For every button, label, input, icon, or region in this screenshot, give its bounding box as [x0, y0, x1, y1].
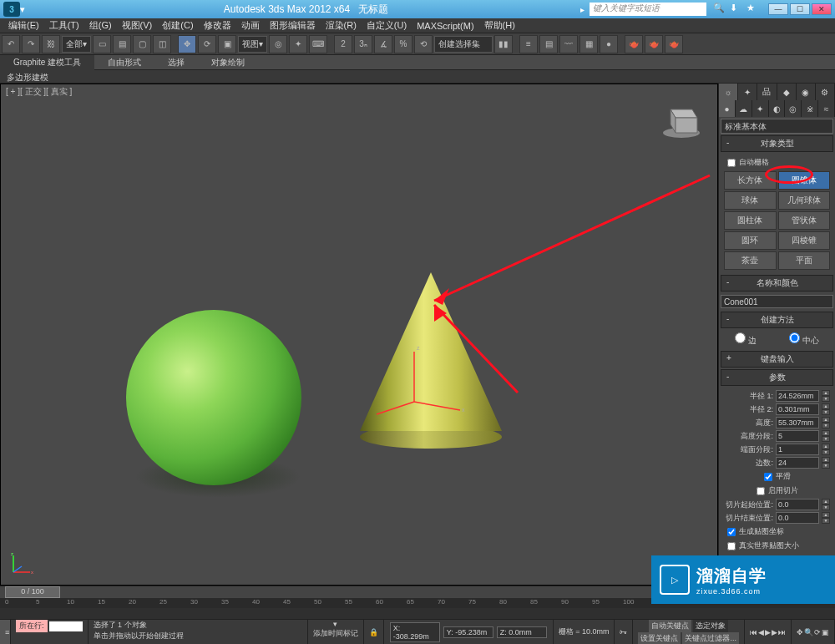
subtab-helpers[interactable]: ◎	[785, 100, 802, 117]
rotate-icon[interactable]: ⟳	[198, 35, 216, 53]
subtab-cameras[interactable]: ◐	[769, 100, 786, 117]
subtab-shapes[interactable]: ☁	[736, 100, 752, 117]
spinner-snap-icon[interactable]: ⟲	[414, 35, 433, 53]
btn-plane[interactable]: 平面	[778, 251, 831, 270]
named-selset-dropdown[interactable]: 创建选择集	[434, 36, 493, 53]
check-real-uv[interactable]	[727, 542, 736, 550]
tab-display[interactable]: ◉	[797, 84, 816, 100]
time-slider-thumb[interactable]: 0 / 100	[5, 586, 60, 598]
anglesnap-icon[interactable]: ∡	[374, 35, 392, 53]
scale-icon[interactable]: ▣	[218, 35, 236, 53]
menu-tools[interactable]: 工具(T)	[44, 19, 84, 32]
layer-icon[interactable]: ▤	[539, 35, 558, 53]
check-gen-uv[interactable]	[727, 528, 736, 536]
menu-maxscript[interactable]: MAXScript(M)	[412, 21, 478, 31]
radio-center[interactable]: 中心	[789, 332, 819, 347]
add-time-tag-button[interactable]: ▾添加时间标记	[308, 620, 364, 644]
menu-create[interactable]: 创建(C)	[157, 19, 198, 32]
subtab-systems[interactable]: ≈	[818, 100, 835, 117]
spinner-hsegs[interactable]: 5	[776, 430, 819, 442]
pivot-icon[interactable]: ◎	[269, 35, 287, 53]
tab-modify[interactable]: ✦	[738, 84, 757, 100]
menu-edit[interactable]: 编辑(E)	[3, 19, 44, 32]
snap2-icon[interactable]: 2	[334, 35, 352, 53]
selset-dropdown[interactable]: 选定对象	[693, 620, 728, 632]
keymode-icon[interactable]: ⌨	[309, 35, 327, 53]
spinner-slice-to[interactable]: 0.0	[776, 512, 819, 524]
minimize-button[interactable]: —	[768, 3, 788, 15]
spinner-radius1[interactable]: 24.526mm	[776, 390, 819, 402]
btn-tube[interactable]: 管状体	[778, 211, 831, 230]
keyfilter-button[interactable]: 关键点过滤器...	[682, 632, 739, 644]
rollout-name-color[interactable]: 名称和颜色	[721, 275, 833, 292]
spinner-radius2[interactable]: 0.301mm	[776, 403, 819, 415]
prev-frame-icon[interactable]: ◀	[758, 628, 764, 636]
rect-select-icon[interactable]: ▢	[133, 35, 151, 53]
selection-filter-dropdown[interactable]: 全部 ▾	[62, 36, 91, 53]
setkey-button[interactable]: 设置关键点	[638, 632, 681, 644]
tab-create[interactable]: ☼	[719, 84, 738, 100]
ref-coord-dropdown[interactable]: 视图 ▾	[238, 36, 267, 53]
lock-icon[interactable]: 🔒	[364, 620, 384, 644]
ribbon-tab-paint[interactable]: 对象绘制	[198, 55, 258, 70]
signin-icon[interactable]: ⬇	[730, 3, 743, 16]
menu-help[interactable]: 帮助(H)	[479, 19, 520, 32]
render-icon[interactable]: 🫖	[665, 35, 683, 53]
object-name-input[interactable]	[721, 295, 833, 308]
menu-customize[interactable]: 自定义(U)	[362, 19, 412, 32]
rollout-keyboard-entry[interactable]: 键盘输入	[721, 351, 833, 368]
schematic-icon[interactable]: ▦	[579, 35, 598, 53]
viewport-max-icon[interactable]: ▣	[822, 628, 829, 636]
subtab-spacewarps[interactable]: ※	[802, 100, 818, 117]
viewport-label[interactable]: [ + ][ 正交 ][ 真实 ]	[6, 86, 72, 98]
btn-geosphere[interactable]: 几何球体	[778, 191, 831, 210]
render-setup-icon[interactable]: 🫖	[625, 35, 643, 53]
mirror-icon[interactable]: ▮▮	[494, 35, 513, 53]
menu-view[interactable]: 视图(V)	[117, 19, 158, 32]
select-icon[interactable]: ▭	[93, 35, 111, 53]
spinner-sides[interactable]: 24	[776, 457, 819, 469]
manip-icon[interactable]: ✦	[289, 35, 307, 53]
rollout-object-type[interactable]: 对象类型	[721, 135, 833, 152]
poly-modeling-row[interactable]: 多边形建模	[0, 70, 835, 84]
material-editor-icon[interactable]: ●	[600, 35, 618, 53]
link-icon[interactable]: ⛓	[42, 35, 60, 53]
coord-z[interactable]: Z: 0.0mm	[497, 626, 547, 638]
spinner-height[interactable]: 55.307mm	[776, 417, 819, 428]
maximize-button[interactable]: ☐	[790, 3, 810, 15]
time-track[interactable]	[0, 608, 835, 620]
btn-teapot[interactable]: 茶壶	[724, 251, 777, 270]
btn-sphere[interactable]: 球体	[724, 191, 777, 210]
tab-hierarchy[interactable]: 品	[757, 84, 777, 100]
render-frame-icon[interactable]: 🫖	[645, 35, 663, 53]
goto-start-icon[interactable]: ⏮	[750, 628, 757, 636]
tab-motion[interactable]: ◆	[777, 84, 797, 100]
menu-render[interactable]: 渲染(R)	[321, 19, 362, 32]
next-frame-icon[interactable]: ▶	[772, 628, 777, 636]
tab-utilities[interactable]: ⚙	[816, 84, 835, 100]
viewport-pan-icon[interactable]: ✥	[797, 628, 803, 636]
ribbon-tab-selection[interactable]: 选择	[154, 55, 198, 70]
spinner-csegs[interactable]: 1	[776, 444, 819, 455]
primitive-category-dropdown[interactable]: 标准基本体	[721, 119, 833, 134]
viewport-perspective[interactable]: [ + ][ 正交 ][ 真实 ] z x x z	[0, 84, 718, 586]
viewport-orbit-icon[interactable]: ⟳	[814, 628, 821, 636]
key-lock-icon[interactable]: 🗝	[615, 620, 633, 644]
subtab-geometry[interactable]: ●	[719, 100, 736, 117]
goto-end-icon[interactable]: ⏭	[778, 628, 786, 636]
curve-editor-icon[interactable]: 〰	[559, 35, 578, 53]
favorite-icon[interactable]: ★	[746, 3, 760, 16]
rollout-create-method[interactable]: 创建方法	[721, 312, 833, 328]
autogrid-checkbox[interactable]	[727, 159, 736, 167]
autokey-button[interactable]: 自动关键点	[649, 620, 691, 632]
snap3-icon[interactable]: 3ₙ	[354, 35, 372, 53]
qat-icon[interactable]: ▾	[20, 4, 32, 15]
btn-box[interactable]: 长方体	[724, 171, 777, 190]
move-icon[interactable]: ✥	[178, 35, 196, 53]
percentsnap-icon[interactable]: %	[394, 35, 412, 53]
menu-modifiers[interactable]: 修改器	[199, 19, 236, 32]
menu-group[interactable]: 组(G)	[84, 19, 117, 32]
close-button[interactable]: ✕	[812, 3, 832, 15]
prompt-input[interactable]	[49, 621, 83, 631]
app-icon[interactable]: 3	[3, 2, 20, 17]
